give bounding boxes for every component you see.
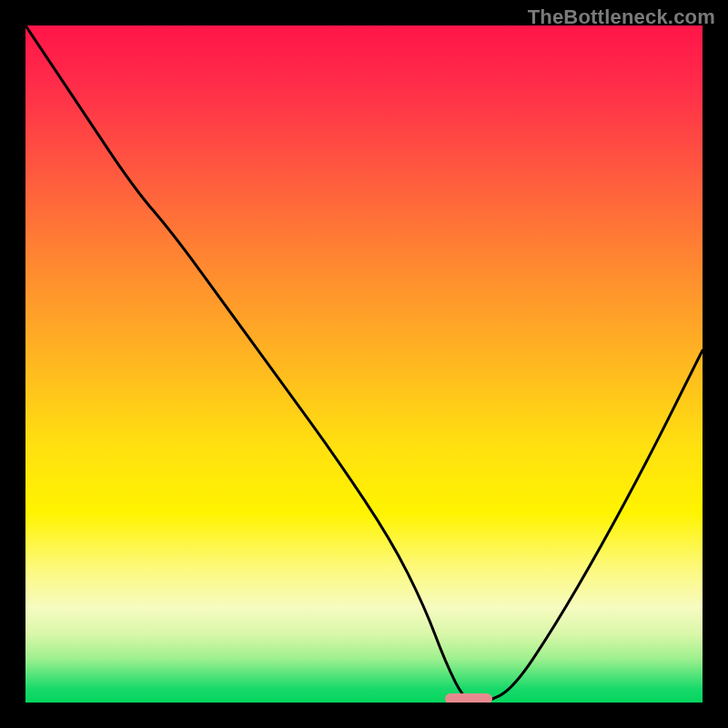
chart-frame: TheBottleneck.com [0,0,728,728]
curve-path [25,25,703,703]
bottleneck-curve [25,25,703,703]
watermark-text: TheBottleneck.com [528,5,715,29]
valley-marker [445,693,492,703]
plot-area [25,25,703,703]
